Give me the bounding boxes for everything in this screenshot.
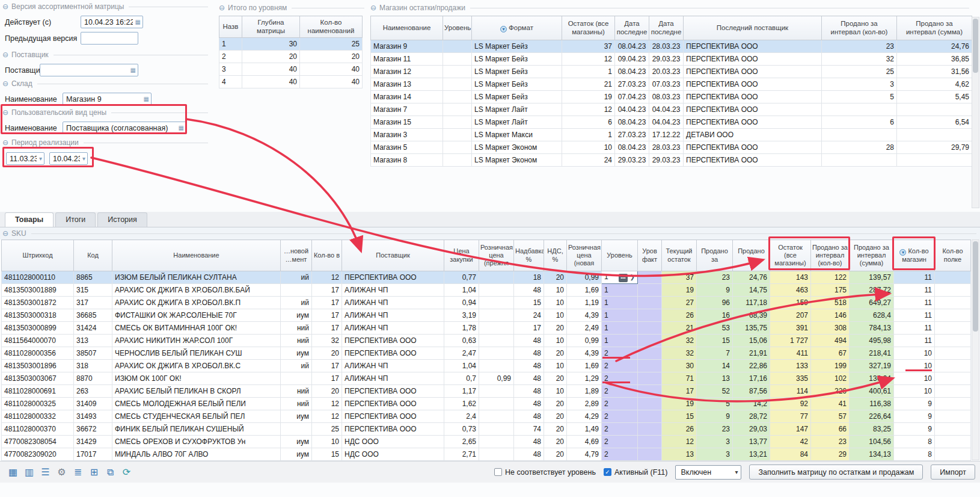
current-stock-cell[interactable]: 37 [662, 271, 697, 284]
table-row[interactable]: Магазин 11LS Маркет Бейз1209.04.2329.03.… [371, 53, 972, 66]
retail-price-old-cell[interactable] [479, 398, 514, 410]
current-stock-cell[interactable]: 30 [662, 360, 697, 372]
markup-percent-cell[interactable]: 74 [514, 423, 544, 436]
barcode-cell[interactable]: 4811028000370 [2, 423, 74, 436]
price-segment-cell[interactable]: ий [281, 360, 312, 372]
table-row[interactable]: 481350300031836685ФИСТАШКИ ОК ЖАР.СОЛЕНЫ… [2, 309, 971, 322]
sold-sum-cell[interactable]: 21,91 [733, 347, 770, 360]
level-fact-cell[interactable] [638, 335, 662, 347]
table-row[interactable]: 4811028000691263АРАХИС БЕЛЫЙ ПЕЛИКАН В С… [2, 385, 971, 398]
sold-interval-sum-header[interactable]: Продано заинтервал(сумма) [850, 240, 894, 271]
markup-percent-cell[interactable]: 24 [514, 309, 544, 322]
code-cell[interactable]: 17017 [74, 448, 112, 461]
qty-in-pack-header[interactable]: Кол-во в [312, 240, 342, 271]
sold-interval-qty-cell[interactable]: 199 [811, 360, 850, 372]
sold-interval-qty-cell[interactable]: 494 [811, 335, 850, 347]
level-fact-cell[interactable] [638, 360, 662, 372]
barcode-cell[interactable]: 4811028000691 [2, 385, 74, 398]
sold-sum-cell[interactable]: 13,21 [733, 448, 770, 461]
price-segment-cell[interactable]: ний [281, 335, 312, 347]
shelf-count-cell[interactable] [935, 309, 971, 322]
store-level-cell[interactable] [443, 53, 472, 66]
date-last-2-cell[interactable]: 20.03.23 [649, 66, 684, 78]
date-last-1-cell[interactable]: 07.04.23 [615, 91, 649, 103]
item-name-cell[interactable]: СМЕСЬ МОЛОДЕЖНАЯ БЕЛЫЙ ПЕЛИ [112, 398, 281, 410]
sold-sum-cell[interactable]: 24,76 [733, 271, 770, 284]
checkbox-unchecked-icon[interactable] [494, 468, 502, 476]
item-count-cell[interactable]: 20 [300, 51, 363, 63]
level-fact-cell[interactable] [638, 271, 662, 284]
store-format-cell[interactable]: LS Маркет Бейз [472, 53, 562, 66]
store-count-cell[interactable]: 9 [894, 398, 935, 410]
date-last-1-cell[interactable]: 27.03.23 [615, 129, 649, 141]
sold-sum-cell[interactable]: 22,86 [733, 360, 770, 372]
sold-interval-qty-cell[interactable]: 67 [811, 347, 850, 360]
select-icon[interactable]: ▦ [130, 67, 136, 73]
shelf-count-cell[interactable] [935, 297, 971, 309]
sold-interval-sum-cell[interactable] [897, 154, 972, 167]
vat-percent-cell[interactable]: 20 [544, 423, 567, 436]
warehouse-input[interactable]: Магазин 9 ▦ [63, 93, 152, 105]
level-fact-cell[interactable] [638, 436, 662, 448]
supplier-header[interactable]: Поставщик [342, 240, 444, 271]
sold-qty-cell[interactable]: 9 [697, 284, 733, 297]
current-stock-cell[interactable]: 19 [662, 284, 697, 297]
date-last-2-cell[interactable]: 29.03.23 [649, 154, 684, 167]
matrix-depth-cell[interactable]: 20 [242, 51, 300, 63]
shelf-count-cell[interactable] [935, 448, 971, 461]
stock-all-stores-cell[interactable]: 114 [770, 385, 811, 398]
level-cell[interactable]: 1 [602, 284, 638, 297]
stock-all-stores-cell[interactable]: 207 [770, 309, 811, 322]
qty-in-pack-cell[interactable]: 10 [312, 436, 342, 448]
sold-qty-cell[interactable]: 7 [697, 347, 733, 360]
date-last-1-cell[interactable]: 08.04.23 [615, 66, 649, 78]
stock-all-stores-cell[interactable]: 6 [562, 116, 615, 129]
active-checkbox[interactable]: ✓ Активный (F11) [604, 468, 668, 477]
sold-interval-sum-header[interactable]: Продано заинтервал (сумма) [897, 16, 972, 40]
supplier-cell[interactable]: ПЕРСПЕКТИВА ООО [342, 347, 444, 360]
supplier-cell[interactable]: ПЕРСПЕКТИВА ООО [342, 423, 444, 436]
table-row[interactable]: Магазин 7LS Маркет Лайт1204.04.2304.04.2… [371, 103, 972, 116]
markup-percent-cell[interactable]: 48 [514, 410, 544, 423]
stock-all-stores-cell[interactable]: 1 [562, 66, 615, 78]
table-row[interactable]: 22020 [219, 51, 363, 63]
sold-interval-qty-cell[interactable]: 32 [822, 53, 897, 66]
sold-qty-cell[interactable]: 15 [697, 335, 733, 347]
markup-percent-cell[interactable]: 48 [514, 398, 544, 410]
sold-sum-cell[interactable]: 15,06 [733, 335, 770, 347]
collapse-icon[interactable]: ⊖ [370, 4, 376, 11]
code-cell[interactable]: 317 [74, 297, 112, 309]
last-supplier-cell[interactable]: ПЕРСПЕКТИВА ООО [684, 116, 822, 129]
vat-percent-cell[interactable]: 20 [544, 410, 567, 423]
stock-all-stores-cell[interactable]: 12 [562, 103, 615, 116]
table-row[interactable]: Магазин 14LS Маркет Бейз1907.04.2308.03.… [371, 91, 972, 103]
sold-qty-cell[interactable]: 52 [697, 385, 733, 398]
retail-price-old-cell[interactable] [479, 271, 514, 284]
calendar-icon[interactable]: ▾ [39, 156, 42, 162]
shelf-count-cell[interactable] [935, 423, 971, 436]
current-stock-cell[interactable]: 17 [662, 385, 697, 398]
retail-price-old-cell[interactable]: 0,99 [479, 372, 514, 385]
mismatch-level-checkbox[interactable]: Не соответствует уровень [494, 468, 596, 477]
select-icon[interactable]: ▦ [179, 125, 184, 131]
table-row[interactable]: 481102800037036672ФИНИК БЕЛЫЙ ПЕЛИКАН СУ… [2, 423, 971, 436]
period-from-input[interactable]: 11.03.23 ▾ [6, 152, 44, 165]
price-segment-cell[interactable]: иум [281, 347, 312, 360]
item-name-cell[interactable]: МИНДАЛЬ АЛВО 70Г АЛВО [112, 448, 281, 461]
last-supplier-cell[interactable]: ПЕРСПЕКТИВА ООО [684, 78, 822, 91]
table-row[interactable]: 48135030030678870ИЗЮМ ОК 100Г ОК!17АЛИЖА… [2, 372, 971, 385]
vat-percent-cell[interactable]: 20 [544, 271, 567, 284]
price-segment-cell[interactable]: иум [281, 448, 312, 461]
select-icon[interactable]: ▦ [144, 96, 149, 102]
store-level-cell[interactable] [443, 103, 472, 116]
vat-percent-cell[interactable]: 20 [544, 436, 567, 448]
date-last-2-cell[interactable]: 04.04.23 [649, 103, 684, 116]
code-cell[interactable]: 31493 [74, 410, 112, 423]
store-name-cell[interactable]: Магазин 5 [371, 141, 443, 154]
barcode-cell[interactable]: 4813503001872 [2, 297, 74, 309]
sold-interval-qty-cell[interactable]: 122 [811, 271, 850, 284]
stock-all-stores-cell[interactable]: 37 [562, 40, 615, 53]
sold-qty-cell[interactable]: 9 [697, 410, 733, 423]
stock-all-stores-cell[interactable]: 463 [770, 284, 811, 297]
sold-interval-sum-cell[interactable]: 104,56 [850, 436, 894, 448]
